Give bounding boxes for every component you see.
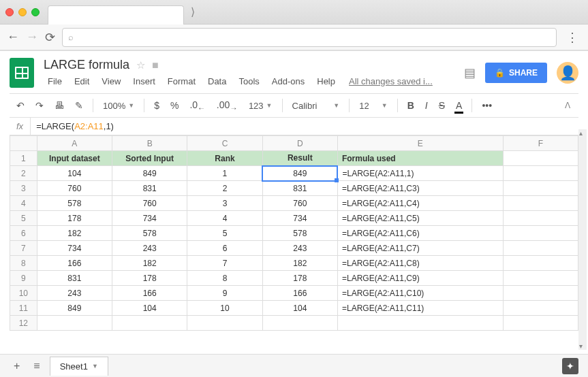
cell-B9[interactable]: 178 (112, 271, 187, 286)
cell-D1[interactable]: Result (262, 151, 337, 166)
currency-button[interactable]: $ (150, 97, 164, 114)
cell-F2[interactable] (503, 166, 578, 181)
cell-A7[interactable]: 734 (37, 241, 112, 256)
all-sheets-button[interactable]: ≡ (29, 357, 44, 375)
print-icon[interactable]: 🖶 (50, 97, 68, 114)
cell-F10[interactable] (503, 286, 578, 301)
cell-D8[interactable]: 182 (262, 256, 337, 271)
close-window-icon[interactable] (5, 8, 14, 16)
sheet-tab-sheet1[interactable]: Sheet1 ▼ (50, 357, 108, 376)
sheet-tab-menu-icon[interactable]: ▼ (92, 363, 98, 370)
cell-F9[interactable] (503, 271, 578, 286)
cell-E1[interactable]: Formula used (337, 151, 503, 166)
cell-D9[interactable]: 178 (262, 271, 337, 286)
cell-B8[interactable]: 182 (112, 256, 187, 271)
cell-F6[interactable] (503, 226, 578, 241)
cell-E5[interactable]: =LARGE(A2:A11,C5) (337, 211, 503, 226)
vertical-scrollbar[interactable] (578, 129, 587, 350)
cell-C2[interactable]: 1 (187, 166, 262, 181)
cell-B11[interactable]: 104 (112, 301, 187, 316)
percent-button[interactable]: % (166, 97, 183, 114)
cell-F8[interactable] (503, 256, 578, 271)
cell-D12[interactable] (262, 316, 337, 331)
cell-A10[interactable]: 243 (37, 286, 112, 301)
cell-E3[interactable]: =LARGE(A2:A11,C3) (337, 181, 503, 196)
cell-B12[interactable] (112, 316, 187, 331)
cell-D10[interactable]: 166 (262, 286, 337, 301)
cell-A6[interactable]: 182 (37, 226, 112, 241)
menu-format[interactable]: Format (164, 75, 200, 88)
cell-B3[interactable]: 831 (112, 181, 187, 196)
cell-C4[interactable]: 3 (187, 196, 262, 211)
cell-E10[interactable]: =LARGE(A2:A11,C10) (337, 286, 503, 301)
cell-B4[interactable]: 760 (112, 196, 187, 211)
cell-A8[interactable]: 166 (37, 256, 112, 271)
cell-A1[interactable]: Input dataset (37, 151, 112, 166)
cell-B1[interactable]: Sorted Input (112, 151, 187, 166)
cell-D3[interactable]: 831 (262, 181, 337, 196)
cell-E7[interactable]: =LARGE(A2:A11,C7) (337, 241, 503, 256)
menu-help[interactable]: Help (313, 75, 339, 88)
cell-A2[interactable]: 104 (37, 166, 112, 181)
cell-E11[interactable]: =LARGE(A2:A11,C11) (337, 301, 503, 316)
decrease-decimal-button[interactable]: .0← (185, 97, 209, 115)
row-header-10[interactable]: 10 (10, 286, 37, 301)
cell-A5[interactable]: 178 (37, 211, 112, 226)
cell-A12[interactable] (37, 316, 112, 331)
row-header-4[interactable]: 4 (10, 196, 37, 211)
cell-C8[interactable]: 7 (187, 256, 262, 271)
cell-C1[interactable]: Rank (187, 151, 262, 166)
cell-F5[interactable] (503, 211, 578, 226)
cell-E6[interactable]: =LARGE(A2:A11,C6) (337, 226, 503, 241)
sheets-logo-icon[interactable] (10, 58, 34, 88)
row-header-7[interactable]: 7 (10, 241, 37, 256)
menu-tools[interactable]: Tools (234, 75, 263, 88)
url-input[interactable]: ⌕ (62, 28, 557, 47)
maximize-window-icon[interactable] (31, 8, 40, 16)
menu-addons[interactable]: Add-ons (268, 75, 309, 88)
column-header-F[interactable]: F (503, 136, 578, 151)
cell-D5[interactable]: 734 (262, 211, 337, 226)
cell-D11[interactable]: 104 (262, 301, 337, 316)
font-size-select[interactable]: 12▼ (355, 98, 391, 114)
share-button[interactable]: 🔒 SHARE (485, 63, 547, 83)
cell-B5[interactable]: 734 (112, 211, 187, 226)
back-icon[interactable]: ← (7, 30, 19, 44)
comments-icon[interactable]: ▤ (464, 65, 476, 80)
add-sheet-button[interactable]: + (10, 357, 24, 375)
column-header-A[interactable]: A (37, 136, 112, 151)
formula-input[interactable]: =LARGE(A2:A11,1) (31, 121, 119, 131)
increase-decimal-button[interactable]: .00→ (213, 97, 242, 115)
star-icon[interactable]: ☆ (136, 59, 145, 71)
cell-D6[interactable]: 578 (262, 226, 337, 241)
explore-button[interactable]: ✦ (562, 358, 578, 374)
paint-format-icon[interactable]: ✎ (71, 97, 87, 114)
avatar[interactable]: 👤 (557, 62, 578, 84)
row-header-5[interactable]: 5 (10, 211, 37, 226)
cell-A4[interactable]: 578 (37, 196, 112, 211)
undo-icon[interactable]: ↶ (12, 97, 29, 114)
cell-E8[interactable]: =LARGE(A2:A11,C8) (337, 256, 503, 271)
cell-E4[interactable]: =LARGE(A2:A11,C4) (337, 196, 503, 211)
italic-button[interactable]: I (421, 97, 432, 114)
cell-E9[interactable]: =LARGE(A2:A11,C9) (337, 271, 503, 286)
menu-data[interactable]: Data (204, 75, 230, 88)
menu-file[interactable]: File (44, 75, 66, 88)
more-formats-select[interactable]: 123▼ (245, 98, 277, 114)
row-header-12[interactable]: 12 (10, 316, 37, 331)
cell-F11[interactable] (503, 301, 578, 316)
cell-C12[interactable] (187, 316, 262, 331)
zoom-select[interactable]: 100%▼ (99, 98, 138, 114)
document-title[interactable]: LARGE formula (44, 58, 129, 72)
reload-icon[interactable]: ⟳ (45, 30, 55, 45)
cell-C6[interactable]: 5 (187, 226, 262, 241)
text-color-button[interactable]: A (452, 97, 466, 114)
cell-C11[interactable]: 10 (187, 301, 262, 316)
row-header-6[interactable]: 6 (10, 226, 37, 241)
browser-menu-icon[interactable]: ⋮ (563, 30, 581, 45)
column-header-D[interactable]: D (262, 136, 337, 151)
cell-A3[interactable]: 760 (37, 181, 112, 196)
row-header-8[interactable]: 8 (10, 256, 37, 271)
more-toolbar-button[interactable]: ••• (478, 97, 496, 114)
browser-tab[interactable] (48, 5, 184, 24)
